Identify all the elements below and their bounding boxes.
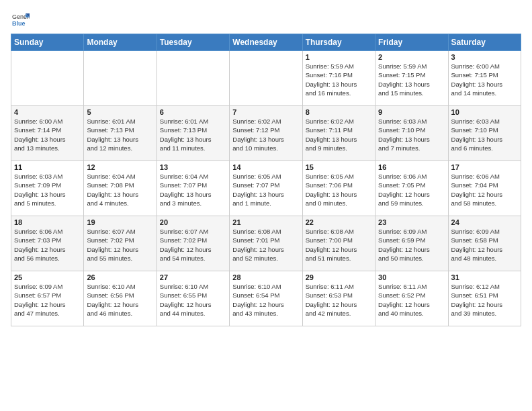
calendar-day: 8Sunrise: 6:02 AM Sunset: 7:11 PM Daylig… <box>302 106 375 161</box>
day-info: Sunrise: 6:03 AM Sunset: 7:10 PM Dayligh… <box>451 117 518 152</box>
calendar-header: SundayMondayTuesdayWednesdayThursdayFrid… <box>11 34 521 51</box>
calendar-day: 24Sunrise: 6:09 AM Sunset: 6:58 PM Dayli… <box>448 216 521 271</box>
calendar-day: 13Sunrise: 6:04 AM Sunset: 7:07 PM Dayli… <box>157 161 229 216</box>
day-info: Sunrise: 6:06 AM Sunset: 7:04 PM Dayligh… <box>451 172 518 208</box>
day-info: Sunrise: 6:10 AM Sunset: 6:56 PM Dayligh… <box>87 282 153 318</box>
calendar-day: 26Sunrise: 6:10 AM Sunset: 6:56 PM Dayli… <box>84 271 157 326</box>
day-info: Sunrise: 6:02 AM Sunset: 7:12 PM Dayligh… <box>232 117 299 152</box>
day-info: Sunrise: 6:11 AM Sunset: 6:53 PM Dayligh… <box>306 282 372 318</box>
day-number: 27 <box>160 273 226 281</box>
calendar-day: 29Sunrise: 6:11 AM Sunset: 6:53 PM Dayli… <box>302 271 375 326</box>
calendar-day: 17Sunrise: 6:06 AM Sunset: 7:04 PM Dayli… <box>448 161 521 216</box>
calendar-day: 4Sunrise: 6:00 AM Sunset: 7:14 PM Daylig… <box>11 106 84 161</box>
calendar-day: 1Sunrise: 5:59 AM Sunset: 7:16 PM Daylig… <box>302 51 375 106</box>
calendar-day: 18Sunrise: 6:06 AM Sunset: 7:03 PM Dayli… <box>11 216 84 271</box>
day-number: 18 <box>14 218 81 226</box>
day-info: Sunrise: 6:04 AM Sunset: 7:08 PM Dayligh… <box>87 172 153 208</box>
calendar-week-2: 4Sunrise: 6:00 AM Sunset: 7:14 PM Daylig… <box>11 106 521 161</box>
calendar-day <box>157 51 229 106</box>
day-number: 26 <box>87 273 153 281</box>
svg-text:Blue: Blue <box>12 20 26 27</box>
calendar-day: 16Sunrise: 6:06 AM Sunset: 7:05 PM Dayli… <box>375 161 448 216</box>
day-header-monday: Monday <box>84 34 157 51</box>
day-number: 30 <box>378 273 445 281</box>
page-container: General Blue SundayMondayTuesdayWednesda… <box>0 0 532 333</box>
calendar-day: 30Sunrise: 6:11 AM Sunset: 6:52 PM Dayli… <box>375 271 448 326</box>
day-number: 2 <box>378 53 445 61</box>
day-info: Sunrise: 6:09 AM Sunset: 6:59 PM Dayligh… <box>378 227 445 263</box>
calendar-week-1: 1Sunrise: 5:59 AM Sunset: 7:16 PM Daylig… <box>11 51 521 106</box>
day-number: 29 <box>306 273 372 281</box>
day-info: Sunrise: 6:02 AM Sunset: 7:11 PM Dayligh… <box>306 117 372 152</box>
day-number: 22 <box>306 218 372 226</box>
calendar-day: 31Sunrise: 6:12 AM Sunset: 6:51 PM Dayli… <box>448 271 521 326</box>
calendar-day: 27Sunrise: 6:10 AM Sunset: 6:55 PM Dayli… <box>157 271 229 326</box>
calendar-day: 21Sunrise: 6:08 AM Sunset: 7:01 PM Dayli… <box>230 216 302 271</box>
day-header-friday: Friday <box>375 34 448 51</box>
day-info: Sunrise: 6:07 AM Sunset: 7:02 PM Dayligh… <box>87 227 153 263</box>
calendar-day: 9Sunrise: 6:03 AM Sunset: 7:10 PM Daylig… <box>375 106 448 161</box>
calendar-week-5: 25Sunrise: 6:09 AM Sunset: 6:57 PM Dayli… <box>11 271 521 326</box>
logo-icon: General Blue <box>11 11 30 30</box>
calendar-day: 11Sunrise: 6:03 AM Sunset: 7:09 PM Dayli… <box>11 161 84 216</box>
calendar-day: 22Sunrise: 6:08 AM Sunset: 7:00 PM Dayli… <box>302 216 375 271</box>
day-number: 16 <box>378 163 445 171</box>
calendar-week-4: 18Sunrise: 6:06 AM Sunset: 7:03 PM Dayli… <box>11 216 521 271</box>
day-header-sunday: Sunday <box>11 34 84 51</box>
day-number: 8 <box>306 108 372 116</box>
day-number: 19 <box>87 218 153 226</box>
calendar-day: 28Sunrise: 6:10 AM Sunset: 6:54 PM Dayli… <box>230 271 302 326</box>
calendar-table: SundayMondayTuesdayWednesdayThursdayFrid… <box>11 34 521 326</box>
calendar-day: 10Sunrise: 6:03 AM Sunset: 7:10 PM Dayli… <box>448 106 521 161</box>
day-info: Sunrise: 6:12 AM Sunset: 6:51 PM Dayligh… <box>451 282 518 318</box>
day-header-saturday: Saturday <box>448 34 521 51</box>
day-number: 1 <box>306 53 372 61</box>
day-number: 7 <box>232 108 299 116</box>
day-info: Sunrise: 6:01 AM Sunset: 7:13 PM Dayligh… <box>160 117 226 152</box>
day-info: Sunrise: 6:09 AM Sunset: 6:57 PM Dayligh… <box>14 282 81 318</box>
day-number: 9 <box>378 108 445 116</box>
day-info: Sunrise: 6:10 AM Sunset: 6:54 PM Dayligh… <box>232 282 299 318</box>
day-number: 14 <box>232 163 299 171</box>
day-info: Sunrise: 6:07 AM Sunset: 7:02 PM Dayligh… <box>160 227 226 263</box>
calendar-day: 14Sunrise: 6:05 AM Sunset: 7:07 PM Dayli… <box>230 161 302 216</box>
calendar-day: 20Sunrise: 6:07 AM Sunset: 7:02 PM Dayli… <box>157 216 229 271</box>
day-number: 21 <box>232 218 299 226</box>
day-info: Sunrise: 6:05 AM Sunset: 7:06 PM Dayligh… <box>306 172 372 208</box>
day-header-tuesday: Tuesday <box>157 34 229 51</box>
day-number: 31 <box>451 273 518 281</box>
calendar-day: 12Sunrise: 6:04 AM Sunset: 7:08 PM Dayli… <box>84 161 157 216</box>
day-info: Sunrise: 6:11 AM Sunset: 6:52 PM Dayligh… <box>378 282 445 318</box>
calendar-day <box>11 51 84 106</box>
calendar-day: 2Sunrise: 5:59 AM Sunset: 7:15 PM Daylig… <box>375 51 448 106</box>
day-info: Sunrise: 6:06 AM Sunset: 7:03 PM Dayligh… <box>14 227 81 263</box>
day-header-wednesday: Wednesday <box>230 34 302 51</box>
day-info: Sunrise: 6:09 AM Sunset: 6:58 PM Dayligh… <box>451 227 518 263</box>
calendar-day: 5Sunrise: 6:01 AM Sunset: 7:13 PM Daylig… <box>84 106 157 161</box>
calendar-body: 1Sunrise: 5:59 AM Sunset: 7:16 PM Daylig… <box>11 51 521 326</box>
day-info: Sunrise: 6:00 AM Sunset: 7:15 PM Dayligh… <box>451 62 518 97</box>
calendar-week-3: 11Sunrise: 6:03 AM Sunset: 7:09 PM Dayli… <box>11 161 521 216</box>
day-info: Sunrise: 6:10 AM Sunset: 6:55 PM Dayligh… <box>160 282 226 318</box>
day-info: Sunrise: 5:59 AM Sunset: 7:15 PM Dayligh… <box>378 62 445 97</box>
day-number: 28 <box>232 273 299 281</box>
calendar-day: 25Sunrise: 6:09 AM Sunset: 6:57 PM Dayli… <box>11 271 84 326</box>
calendar-day: 7Sunrise: 6:02 AM Sunset: 7:12 PM Daylig… <box>230 106 302 161</box>
calendar-day: 6Sunrise: 6:01 AM Sunset: 7:13 PM Daylig… <box>157 106 229 161</box>
day-info: Sunrise: 5:59 AM Sunset: 7:16 PM Dayligh… <box>306 62 372 97</box>
header-row: SundayMondayTuesdayWednesdayThursdayFrid… <box>11 34 521 51</box>
day-number: 13 <box>160 163 226 171</box>
day-number: 4 <box>14 108 81 116</box>
day-info: Sunrise: 6:06 AM Sunset: 7:05 PM Dayligh… <box>378 172 445 208</box>
day-number: 15 <box>306 163 372 171</box>
header: General Blue <box>11 11 521 30</box>
day-info: Sunrise: 6:03 AM Sunset: 7:09 PM Dayligh… <box>14 172 81 208</box>
day-number: 17 <box>451 163 518 171</box>
day-info: Sunrise: 6:00 AM Sunset: 7:14 PM Dayligh… <box>14 117 81 152</box>
day-info: Sunrise: 6:01 AM Sunset: 7:13 PM Dayligh… <box>87 117 153 152</box>
calendar-day: 19Sunrise: 6:07 AM Sunset: 7:02 PM Dayli… <box>84 216 157 271</box>
day-number: 24 <box>451 218 518 226</box>
day-info: Sunrise: 6:08 AM Sunset: 7:00 PM Dayligh… <box>306 227 372 263</box>
day-header-thursday: Thursday <box>302 34 375 51</box>
calendar-day: 23Sunrise: 6:09 AM Sunset: 6:59 PM Dayli… <box>375 216 448 271</box>
